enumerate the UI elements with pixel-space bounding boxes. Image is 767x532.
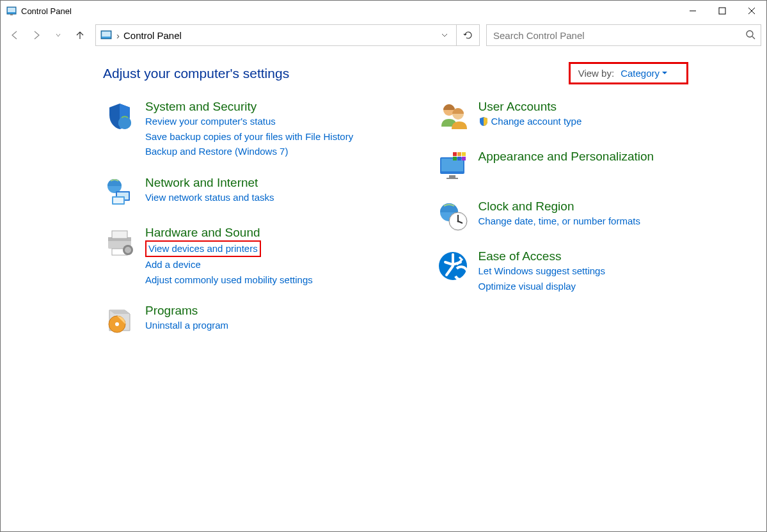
svg-rect-33 bbox=[457, 152, 461, 156]
up-button[interactable] bbox=[71, 26, 89, 44]
svg-point-22 bbox=[125, 247, 131, 253]
category-link[interactable]: Change account type bbox=[491, 114, 582, 129]
svg-rect-35 bbox=[453, 157, 457, 160]
category-network: Network and Internet View network status… bbox=[103, 176, 411, 209]
forward-button[interactable] bbox=[28, 26, 45, 44]
globe-monitors-icon bbox=[103, 176, 136, 209]
titlebar: Control Panel bbox=[1, 1, 766, 21]
category-appearance: Appearance and Personalization bbox=[436, 150, 744, 183]
category-programs: Programs Uninstall a program bbox=[103, 304, 411, 337]
maximize-button[interactable] bbox=[708, 1, 737, 21]
svg-rect-2 bbox=[10, 14, 13, 15]
category-link[interactable]: Review your computer's status bbox=[145, 114, 353, 129]
refresh-button[interactable] bbox=[456, 25, 479, 45]
category-title[interactable]: Hardware and Sound bbox=[145, 226, 313, 240]
category-link[interactable]: Let Windows suggest settings bbox=[478, 264, 605, 279]
category-link[interactable]: Save backup copies of your files with Fi… bbox=[145, 130, 353, 145]
control-panel-window: Control Panel › Control Panel bbox=[0, 0, 767, 532]
address-dropdown[interactable] bbox=[433, 25, 456, 45]
category-user-accounts: User Accounts Change account type bbox=[436, 100, 744, 133]
category-column-left: System and Security Review your computer… bbox=[103, 100, 411, 337]
header-row: Adjust your computer's settings View by:… bbox=[103, 62, 743, 84]
svg-rect-32 bbox=[453, 152, 457, 156]
window-title: Control Panel bbox=[21, 6, 678, 16]
printer-icon bbox=[103, 226, 136, 259]
clock-globe-icon bbox=[436, 199, 470, 233]
view-by-control[interactable]: View by: Category bbox=[569, 62, 688, 84]
chevron-down-icon bbox=[662, 71, 667, 76]
svg-point-43 bbox=[457, 221, 459, 223]
category-system-security: System and Security Review your computer… bbox=[103, 100, 411, 159]
category-title[interactable]: Appearance and Personalization bbox=[478, 150, 654, 164]
svg-rect-37 bbox=[462, 157, 466, 160]
svg-rect-16 bbox=[113, 198, 123, 203]
category-hardware: Hardware and Sound View devices and prin… bbox=[103, 226, 411, 288]
category-title[interactable]: System and Security bbox=[145, 100, 353, 114]
chevron-right-icon: › bbox=[116, 30, 120, 41]
svg-rect-8 bbox=[102, 31, 111, 36]
category-ease-of-access: Ease of Access Let Windows suggest setti… bbox=[436, 249, 744, 293]
category-link[interactable]: Add a device bbox=[145, 258, 313, 272]
control-panel-icon bbox=[99, 27, 114, 43]
view-by-value-text: Category bbox=[621, 68, 660, 79]
category-link[interactable]: View network status and tasks bbox=[145, 191, 274, 205]
category-title[interactable]: Ease of Access bbox=[478, 249, 605, 263]
category-clock: Clock and Region Change date, time, or n… bbox=[436, 199, 744, 233]
minimize-button[interactable] bbox=[678, 1, 708, 21]
svg-rect-19 bbox=[112, 231, 127, 239]
svg-rect-30 bbox=[449, 175, 455, 178]
category-title[interactable]: User Accounts bbox=[478, 100, 582, 114]
categories-grid: System and Security Review your computer… bbox=[103, 100, 743, 337]
recent-dropdown-icon[interactable] bbox=[49, 26, 67, 44]
close-button[interactable] bbox=[737, 1, 766, 21]
category-link[interactable]: Adjust commonly used mobility settings bbox=[145, 273, 313, 288]
window-controls bbox=[678, 1, 766, 21]
category-column-right: User Accounts Change account type Appear… bbox=[436, 100, 744, 337]
category-link[interactable]: Optimize visual display bbox=[478, 279, 605, 294]
view-by-label: View by: bbox=[578, 68, 614, 79]
ease-of-access-icon bbox=[436, 249, 470, 283]
toolbar: › Control Panel bbox=[1, 21, 766, 49]
people-icon bbox=[436, 100, 470, 133]
monitor-colors-icon bbox=[436, 150, 470, 183]
content-area: Adjust your computer's settings View by:… bbox=[1, 49, 766, 531]
category-link[interactable]: Uninstall a program bbox=[145, 318, 228, 333]
svg-rect-36 bbox=[457, 157, 461, 160]
search-input[interactable] bbox=[492, 29, 745, 42]
back-button[interactable] bbox=[6, 26, 24, 44]
disc-box-icon bbox=[103, 304, 136, 337]
svg-rect-1 bbox=[8, 8, 15, 12]
svg-point-25 bbox=[115, 322, 119, 326]
svg-line-10 bbox=[752, 36, 755, 39]
category-title[interactable]: Clock and Region bbox=[478, 199, 640, 214]
view-by-value[interactable]: Category bbox=[621, 68, 667, 79]
svg-rect-4 bbox=[719, 8, 725, 14]
uac-shield-icon bbox=[478, 116, 489, 127]
shield-icon bbox=[103, 100, 136, 133]
category-title[interactable]: Network and Internet bbox=[145, 176, 274, 190]
category-link[interactable]: Backup and Restore (Windows 7) bbox=[145, 145, 353, 159]
search-icon bbox=[745, 29, 755, 42]
svg-rect-34 bbox=[462, 152, 466, 156]
page-heading: Adjust your computer's settings bbox=[103, 66, 289, 81]
svg-rect-31 bbox=[447, 178, 458, 179]
control-panel-icon bbox=[6, 5, 17, 17]
breadcrumb-current[interactable]: Control Panel bbox=[123, 30, 182, 41]
svg-point-9 bbox=[747, 31, 753, 37]
category-title[interactable]: Programs bbox=[145, 304, 228, 318]
address-bar[interactable]: › Control Panel bbox=[95, 24, 480, 46]
link-view-devices-printers[interactable]: View devices and printers bbox=[145, 240, 313, 258]
category-link[interactable]: Change date, time, or number formats bbox=[478, 214, 640, 229]
search-box[interactable] bbox=[486, 24, 761, 46]
